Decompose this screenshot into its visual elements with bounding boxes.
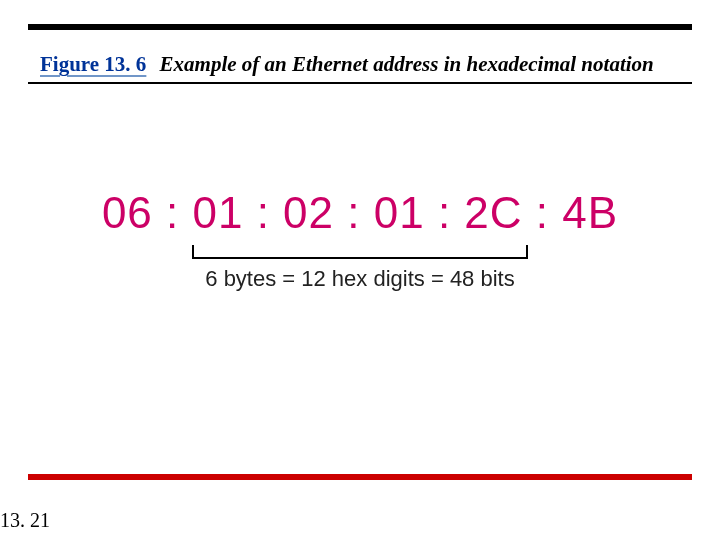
span-bracket (192, 245, 528, 259)
rule-bottom (28, 474, 692, 480)
mac-subcaption: 6 bytes = 12 hex digits = 48 bits (0, 266, 720, 292)
figure-caption: Figure 13. 6 Example of an Ethernet addr… (40, 52, 680, 77)
figure-title: Example of an Ethernet address in hexade… (160, 52, 654, 76)
rule-under-caption (28, 82, 692, 84)
page-number: 13. 21 (0, 509, 50, 532)
slide-page: Figure 13. 6 Example of an Ethernet addr… (0, 0, 720, 540)
mac-address: 06 : 01 : 02 : 01 : 2C : 4B (0, 188, 720, 238)
rule-top (28, 24, 692, 30)
figure-label: Figure 13. 6 (40, 52, 146, 76)
